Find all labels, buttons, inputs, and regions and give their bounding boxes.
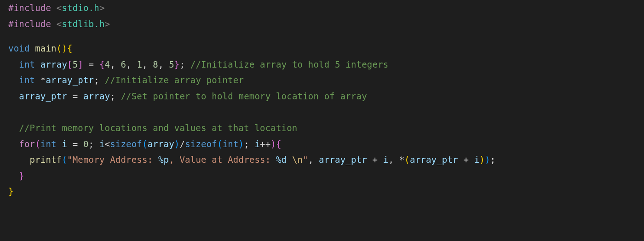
- preprocessor-directive: #include: [8, 3, 51, 13]
- paren-open: (: [57, 43, 62, 53]
- code-line: for(int i = 0; i<sizeof(array)/sizeof(in…: [8, 136, 644, 152]
- operator: *: [40, 75, 46, 85]
- code-line-blank: [8, 32, 644, 40]
- escape-sequence: \n: [292, 155, 303, 165]
- identifier: i: [99, 139, 105, 149]
- space: [115, 91, 121, 101]
- comma: ,: [110, 59, 121, 69]
- string-literal: ": [303, 155, 308, 165]
- angle-bracket: <: [57, 19, 62, 29]
- space: [35, 59, 40, 69]
- brace-close: }: [19, 171, 24, 181]
- keyword-sizeof: sizeof: [185, 139, 217, 149]
- identifier: array_ptr: [46, 75, 94, 85]
- operator: =: [67, 139, 83, 149]
- indent: [8, 171, 19, 181]
- preprocessor-directive: #include: [8, 19, 51, 29]
- comma: ,: [158, 59, 169, 69]
- function-call: printf: [30, 155, 62, 165]
- paren-close: ): [479, 155, 485, 165]
- space: [185, 59, 190, 69]
- include-file: stdio.h: [62, 3, 99, 13]
- code-line: int array[5] = {4, 6, 1, 8, 5}; //Initia…: [8, 57, 644, 73]
- identifier: array: [148, 139, 174, 149]
- comment: //Initialize array pointer: [105, 75, 244, 85]
- keyword-sizeof: sizeof: [110, 139, 142, 149]
- comma: ,: [126, 59, 137, 69]
- comma: ,: [308, 155, 319, 165]
- number-literal: 5: [169, 59, 174, 69]
- function-name: main: [35, 43, 57, 53]
- number-literal: 8: [153, 59, 158, 69]
- number-literal: 5: [73, 59, 78, 69]
- paren-close: ): [62, 43, 67, 53]
- include-file: stdlib.h: [62, 19, 104, 29]
- space: [57, 139, 62, 149]
- code-line: }: [8, 184, 644, 200]
- indent: [8, 75, 19, 85]
- brace-open: {: [99, 59, 105, 69]
- comment: //Initialize array to hold 5 integers: [190, 59, 389, 69]
- angle-bracket: <: [57, 3, 62, 13]
- brace-open: {: [276, 139, 282, 149]
- identifier: i: [383, 155, 389, 165]
- number-literal: 1: [137, 59, 142, 69]
- brace-close: }: [174, 59, 180, 69]
- operator: =: [83, 59, 99, 69]
- comma: , *: [388, 155, 404, 165]
- brace-close: }: [8, 186, 14, 196]
- string-literal: , Value at Address:: [169, 155, 276, 165]
- comment: //Set pointer to hold memory location of…: [121, 91, 367, 101]
- brace-open: {: [67, 43, 73, 53]
- angle-bracket: >: [105, 19, 110, 29]
- semicolon: ;: [89, 139, 94, 149]
- space: [249, 139, 255, 149]
- code-line: void main(){: [8, 40, 644, 57]
- operator: /: [180, 139, 185, 149]
- paren-close: ): [270, 139, 276, 149]
- code-editor[interactable]: #include <stdio.h>#include <stdlib.h>voi…: [0, 0, 644, 241]
- keyword-type: void: [8, 43, 30, 53]
- format-specifier: %p: [158, 155, 169, 165]
- bracket-close: ]: [78, 59, 83, 69]
- bracket-open: [: [67, 59, 73, 69]
- code-line: array_ptr = array; //Set pointer to hold…: [8, 88, 644, 104]
- space: [99, 75, 105, 85]
- comment: //Print memory locations and values at t…: [19, 123, 297, 133]
- semicolon: ;: [110, 91, 115, 101]
- string-literal: [287, 155, 292, 165]
- string-literal: "Memory Address:: [67, 155, 158, 165]
- paren-open: (: [217, 139, 223, 149]
- identifier: i: [62, 139, 67, 149]
- indent: [8, 91, 19, 101]
- format-specifier: %d: [276, 155, 287, 165]
- number-literal: 4: [105, 59, 110, 69]
- keyword-type: int: [40, 139, 57, 149]
- identifier: i: [254, 139, 260, 149]
- number-literal: 0: [83, 139, 89, 149]
- code-line-blank: [8, 104, 644, 120]
- code-line: }: [8, 168, 644, 184]
- paren-close: ): [239, 139, 244, 149]
- semicolon: ;: [180, 59, 185, 69]
- identifier: i: [474, 155, 480, 165]
- operator: <: [105, 139, 110, 149]
- number-literal: 6: [121, 59, 126, 69]
- operator: =: [67, 91, 83, 101]
- operator: +: [458, 155, 474, 165]
- semicolon: ;: [490, 155, 496, 165]
- paren-open: (: [142, 139, 148, 149]
- space: [94, 139, 99, 149]
- paren-open: (: [62, 155, 67, 165]
- identifier: array_ptr: [319, 155, 367, 165]
- keyword-type: int: [19, 75, 35, 85]
- keyword-type: int: [223, 139, 239, 149]
- code-line: #include <stdio.h>: [8, 0, 644, 16]
- identifier: array_ptr: [19, 91, 67, 101]
- indent: [8, 123, 19, 133]
- keyword-type: int: [19, 59, 35, 69]
- code-line: printf("Memory Address: %p, Value at Add…: [8, 152, 644, 168]
- indent: [8, 139, 19, 149]
- code-line: //Print memory locations and values at t…: [8, 120, 644, 136]
- space: [35, 75, 40, 85]
